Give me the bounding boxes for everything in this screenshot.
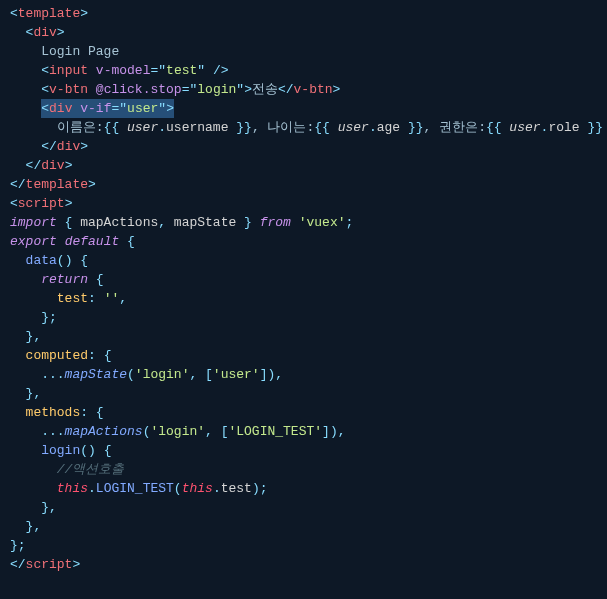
code-line: //액션호출 — [0, 460, 607, 479]
code-line: ...mapState('login', ['user']), — [0, 365, 607, 384]
code-line: <div> — [0, 23, 607, 42]
code-line: </script> — [0, 555, 607, 574]
code-line: <v-btn @click.stop="login">전송</v-btn> — [0, 80, 607, 99]
code-line: <template> — [0, 4, 607, 23]
code-line: }; — [0, 308, 607, 327]
code-line: this.LOGIN_TEST(this.test); — [0, 479, 607, 498]
code-line: }, — [0, 498, 607, 517]
code-line: return { — [0, 270, 607, 289]
code-line: 이름은:{{ user.username }}, 나이는:{{ user.age… — [0, 118, 607, 137]
code-line: export default { — [0, 232, 607, 251]
code-line: Login Page — [0, 42, 607, 61]
code-line: import { mapActions, mapState } from 'vu… — [0, 213, 607, 232]
code-line: test: '', — [0, 289, 607, 308]
code-line: login() { — [0, 441, 607, 460]
code-line: methods: { — [0, 403, 607, 422]
code-line: </div> — [0, 137, 607, 156]
code-line: computed: { — [0, 346, 607, 365]
code-line: }, — [0, 517, 607, 536]
code-line: <input v-model="test" /> — [0, 61, 607, 80]
code-editor[interactable]: <template> <div> Login Page <input v-mod… — [0, 4, 607, 574]
code-line: </template> — [0, 175, 607, 194]
code-line: <script> — [0, 194, 607, 213]
code-line: data() { — [0, 251, 607, 270]
code-line: </div> — [0, 156, 607, 175]
code-line: }; — [0, 536, 607, 555]
code-line: ...mapActions('login', ['LOGIN_TEST']), — [0, 422, 607, 441]
code-line-selected: <div v-if="user"> — [0, 99, 607, 118]
code-line: }, — [0, 384, 607, 403]
code-line: }, — [0, 327, 607, 346]
